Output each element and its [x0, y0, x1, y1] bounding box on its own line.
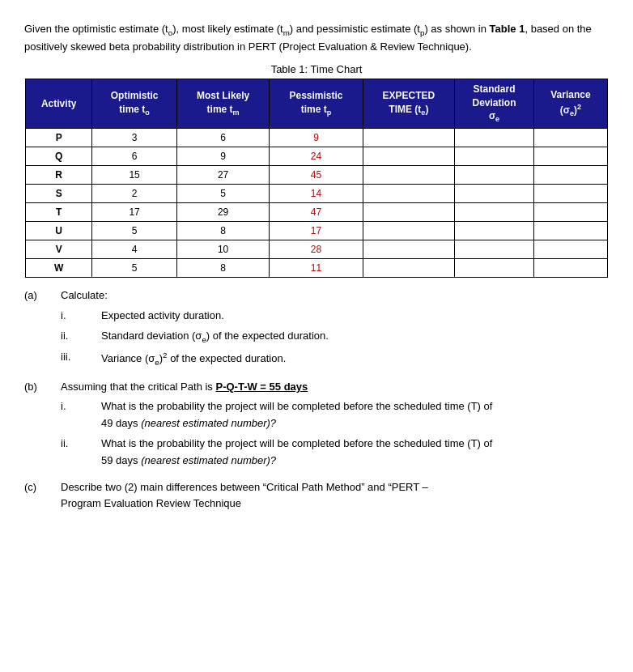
intro-paragraph: Given the optimistic estimate (to), most…: [24, 21, 609, 55]
part-a-iii-roman: iii.: [61, 349, 101, 369]
part-b: (b) Assuming that the critical Path is P…: [24, 379, 609, 470]
cell-variance: [533, 222, 607, 240]
part-b-i-text: What is the probability the project will…: [101, 398, 492, 432]
cell-activity: P: [26, 129, 92, 147]
part-a-ii-text: Standard deviation (σe) of the expected …: [101, 328, 329, 346]
cell-expected: [363, 259, 454, 278]
cell-activity: Q: [26, 147, 92, 166]
cell-optimistic: 4: [92, 240, 177, 259]
part-a-i-roman: i.: [61, 308, 101, 325]
table-container: Table 1: Time Chart Activity Optimistict…: [25, 63, 608, 279]
table-row: P369: [26, 129, 608, 147]
cell-std-dev: [455, 147, 534, 166]
cell-most-likely: 29: [176, 203, 269, 222]
part-b-ii-text: What is the probability the project will…: [101, 436, 492, 470]
header-most-likely: Most Likelytime tm: [176, 79, 269, 129]
part-c-label: (c): [24, 479, 61, 513]
cell-variance: [533, 259, 607, 278]
table-row: Q6924: [26, 147, 608, 166]
cell-most-likely: 8: [176, 222, 269, 240]
cell-expected: [363, 147, 454, 166]
cell-optimistic: 6: [92, 147, 177, 166]
part-a-text: Calculate:: [61, 287, 108, 304]
cell-std-dev: [455, 203, 534, 222]
cell-std-dev: [455, 240, 534, 259]
part-c: (c) Describe two (2) main differences be…: [24, 479, 609, 513]
cell-variance: [533, 147, 607, 166]
cell-most-likely: 10: [176, 240, 269, 259]
cell-optimistic: 15: [92, 166, 177, 185]
cell-variance: [533, 129, 607, 147]
question-block: Given the optimistic estimate (to), most…: [24, 21, 609, 513]
cell-std-dev: [455, 166, 534, 185]
cell-most-likely: 5: [176, 185, 269, 203]
cell-optimistic: 5: [92, 222, 177, 240]
table-row: V41028: [26, 240, 608, 259]
cell-expected: [363, 185, 454, 203]
cell-variance: [533, 185, 607, 203]
table-row: R152745: [26, 166, 608, 185]
cell-pessimistic: 11: [270, 259, 363, 278]
cell-most-likely: 9: [176, 147, 269, 166]
part-a-i-text: Expected activity duration.: [101, 308, 224, 325]
cell-pessimistic: 17: [270, 222, 363, 240]
cell-activity: S: [26, 185, 92, 203]
cell-std-dev: [455, 222, 534, 240]
cell-variance: [533, 240, 607, 259]
cell-pessimistic: 14: [270, 185, 363, 203]
part-a-ii-roman: ii.: [61, 328, 101, 346]
table-row: S2514: [26, 185, 608, 203]
cell-variance: [533, 203, 607, 222]
cell-optimistic: 3: [92, 129, 177, 147]
header-variance: Variance(σe)2: [533, 79, 607, 129]
cell-std-dev: [455, 185, 534, 203]
cell-std-dev: [455, 129, 534, 147]
cell-activity: U: [26, 222, 92, 240]
cell-pessimistic: 24: [270, 147, 363, 166]
cell-activity: W: [26, 259, 92, 278]
table-row: W5811: [26, 259, 608, 278]
cell-expected: [363, 222, 454, 240]
header-expected: EXPECTEDTIME (te): [363, 79, 454, 129]
cell-expected: [363, 129, 454, 147]
cell-activity: R: [26, 166, 92, 185]
cell-optimistic: 5: [92, 259, 177, 278]
header-pessimistic: Pessimistictime tp: [270, 79, 363, 129]
cell-most-likely: 6: [176, 129, 269, 147]
part-b-label: (b): [24, 379, 61, 396]
cell-optimistic: 17: [92, 203, 177, 222]
table-row: U5817: [26, 222, 608, 240]
part-a-label: (a): [24, 287, 61, 304]
part-c-text: Describe two (2) main differences betwee…: [61, 479, 428, 513]
cell-pessimistic: 9: [270, 129, 363, 147]
time-chart-table: Activity Optimistictime to Most Likelyti…: [25, 79, 608, 279]
cell-most-likely: 8: [176, 259, 269, 278]
cell-expected: [363, 240, 454, 259]
cell-most-likely: 27: [176, 166, 269, 185]
part-a: (a) Calculate: i. Expected activity dura…: [24, 287, 609, 368]
cell-pessimistic: 47: [270, 203, 363, 222]
cell-activity: V: [26, 240, 92, 259]
cell-variance: [533, 166, 607, 185]
header-optimistic: Optimistictime to: [92, 79, 177, 129]
cell-pessimistic: 28: [270, 240, 363, 259]
cell-std-dev: [455, 259, 534, 278]
cell-expected: [363, 203, 454, 222]
header-std-dev: StandardDeviationσe: [455, 79, 534, 129]
part-b-text: Assuming that the critical Path is P-Q-T…: [61, 379, 308, 396]
cell-expected: [363, 166, 454, 185]
table-title: Table 1: Time Chart: [25, 63, 608, 75]
part-a-iii-text: Variance (σe)2 of the expected duration.: [101, 349, 286, 369]
part-b-i-roman: i.: [61, 398, 101, 432]
cell-optimistic: 2: [92, 185, 177, 203]
header-activity: Activity: [26, 79, 92, 129]
cell-activity: T: [26, 203, 92, 222]
table-row: T172947: [26, 203, 608, 222]
cell-pessimistic: 45: [270, 166, 363, 185]
part-b-ii-roman: ii.: [61, 436, 101, 470]
